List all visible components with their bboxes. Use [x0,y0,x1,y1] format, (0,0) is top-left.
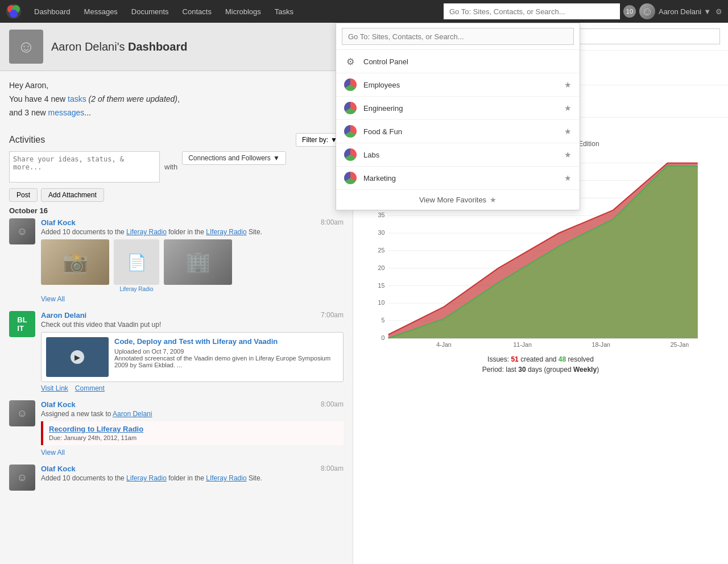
activity-link[interactable]: Liferay Radio [126,474,167,482]
activity-actions: Visit Link Comment [41,384,344,392]
task-title-link[interactable]: Recording to Liferay Radio [49,425,338,433]
user-name-nav: Aaron Delani [659,7,701,16]
period-days: 30 [518,366,526,374]
liferay-ball-icon [344,78,357,91]
view-all-link[interactable]: View All [41,449,344,457]
nav-links: Dashboard Messages Documents Contacts Mi… [27,0,444,23]
dropdown-item-marketing[interactable]: Marketing ★ [336,167,580,190]
messages-body: and 3 new messages... [9,106,344,120]
video-info: Code, Deploy and Test with Liferay and V… [114,337,338,377]
activity-user-link[interactable]: Aaron Delani [41,311,86,320]
comment-link[interactable]: Comment [75,384,105,392]
svg-text:25-Jan: 25-Jan [671,341,689,348]
visit-link[interactable]: Visit Link [41,384,68,392]
activity-header-row: Olaf Kock 8:00am [41,465,344,473]
activity-image: 📸 [41,239,109,285]
view-more-label: View More Favorites [419,196,486,204]
nav-search-input[interactable] [444,3,620,19]
post-actions: Post Add Attachment [9,188,344,202]
nav-microblogs[interactable]: Microblogs [218,0,268,23]
app-logo[interactable] [6,3,22,19]
activity-description: Check out this video that Vaadin put up! [41,321,344,329]
dropdown-item-employees[interactable]: Employees ★ [336,73,580,97]
activity-item: ☺ Olaf Kock 8:00am Added 10 documents to… [9,465,344,491]
dropdown-item-engineering[interactable]: Engineering ★ [336,97,580,120]
svg-text:10: 10 [378,299,385,306]
notification-badge[interactable]: 10 [623,5,636,18]
avatar: ☺ [9,400,35,426]
play-button[interactable]: ▶ [71,350,84,364]
nav-contacts[interactable]: Contacts [176,0,218,23]
nav-messages[interactable]: Messages [77,0,125,23]
view-more-favorites[interactable]: View More Favorites ★ [336,190,580,210]
star-icon[interactable]: ★ [564,80,572,89]
nav-documents[interactable]: Documents [125,0,176,23]
liferay-ball-icon [344,125,357,138]
activity-link[interactable]: Aaron Delani [113,410,152,418]
nav-dashboard[interactable]: Dashboard [27,0,77,23]
food-fun-label: Food & Fun [363,127,564,136]
sites-dropdown: ⚙ Control Panel Employees ★ Engineering … [336,23,580,210]
with-label: with [164,163,177,171]
activities-section: Activities Filter by: ▼ with Connections… [0,127,353,564]
star-icon[interactable]: ★ [564,127,572,136]
task-due: Due: January 24th, 2012, 11am [49,434,136,441]
user-menu[interactable]: ☺ Aaron Delani ▼ [639,3,711,19]
star-icon[interactable]: ★ [564,173,572,183]
svg-text:15: 15 [378,282,385,289]
svg-text:18-Jan: 18-Jan [592,341,611,348]
star-icon[interactable]: ★ [564,150,572,159]
add-attachment-button[interactable]: Add Attachment [41,188,104,202]
avatar: BLIT [9,311,35,337]
date-group-label: October 16 [9,206,344,215]
liferay-ball-icon [344,102,357,114]
activity-content: Olaf Kock 8:00am Added 10 documents to t… [41,218,344,303]
svg-text:25: 25 [378,247,385,254]
activity-description: Added 10 documents to the Liferay Radio … [41,228,344,236]
dropdown-item-labs[interactable]: Labs ★ [336,143,580,167]
activity-link[interactable]: LIferay Radio [206,228,246,236]
chevron-down-icon: ▼ [273,154,280,162]
post-textarea[interactable] [9,151,160,183]
dropdown-search-input[interactable] [342,28,574,45]
nav-search-area: 10 ☺ Aaron Delani ▼ ⚙ [444,3,722,19]
chart-issues-label: Issues: 51 created and 48 resolved [361,355,720,363]
welcome-greeting: Hey Aaron, [9,79,344,93]
tasks-link[interactable]: tasks [68,94,86,103]
activity-content: Olaf Kock 8:00am Added 10 documents to t… [41,465,344,491]
activity-link[interactable]: LIferay Radio [206,474,246,482]
video-title[interactable]: Code, Deploy and Test with Liferay and V… [114,337,338,346]
video-card: ▶ Code, Deploy and Test with Liferay and… [41,332,344,382]
activity-user-link[interactable]: Olaf Kock [41,465,76,473]
activity-item: ☺ Olaf Kock 8:00am Assigned a new task t… [9,400,344,457]
activity-link[interactable]: Liferay Radio [126,228,167,236]
chart-period-label: Period: last 30 days (grouped Weekly) [361,366,720,374]
activity-user-link[interactable]: Olaf Kock [41,218,76,227]
connections-dropdown[interactable]: Connections and Followers ▼ [182,151,286,165]
settings-gear-icon[interactable]: ⚙ [715,7,722,16]
activity-time: 7:00am [321,311,344,320]
task-card: Recording to Liferay Radio Due: January … [41,421,344,445]
activity-header-row: Olaf Kock 8:00am [41,218,344,227]
dropdown-item-food-fun[interactable]: Food & Fun ★ [336,120,580,143]
welcome-message: Hey Aaron, You have 4 new tasks (2 of th… [0,71,353,127]
activity-time: 8:00am [321,218,344,227]
dropdown-item-control-panel[interactable]: ⚙ Control Panel [336,50,580,73]
activity-item: ☺ Olaf Kock 8:00am Added 10 documents to… [9,218,344,303]
svg-text:35: 35 [378,212,385,218]
star-icon[interactable]: ★ [564,103,572,113]
activity-user-link[interactable]: Olaf Kock [41,400,76,409]
messages-link[interactable]: messages [48,108,85,117]
dropdown-search-row [336,23,580,50]
video-desc: Annotated screencast of the Vaadin demo … [114,355,338,368]
user-avatar-large: ☺ [9,30,43,64]
post-button[interactable]: Post [9,188,38,202]
svg-text:5: 5 [381,317,384,324]
welcome-body: You have 4 new tasks (2 of them were upd… [9,93,344,106]
svg-text:20: 20 [378,264,385,271]
nav-tasks[interactable]: Tasks [268,0,300,23]
svg-point-3 [10,10,18,18]
chevron-down-icon: ▼ [704,7,711,16]
labs-label: Labs [363,151,564,159]
view-all-link[interactable]: View All [41,295,65,303]
